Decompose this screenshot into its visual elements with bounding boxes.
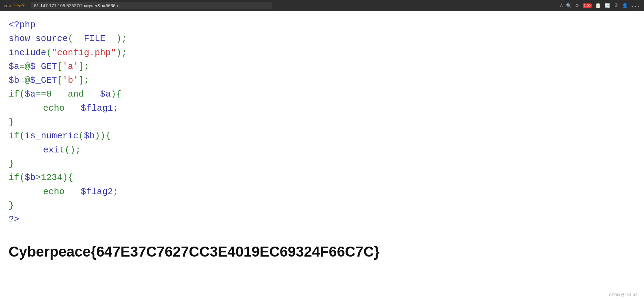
bracket-open2: [: [57, 75, 62, 86]
func-isnumeric: is_numeric: [25, 131, 79, 141]
brace-if3-close: }: [9, 200, 14, 211]
brace-if1-open: {: [116, 89, 122, 99]
address-bar[interactable]: 61.147.171.105:52527/?a=qwer&b=6666a: [31, 2, 272, 9]
var-b3: $b: [25, 172, 35, 183]
semicolon2: ;: [122, 48, 127, 58]
code-line-7: echo $flag1;: [9, 101, 635, 115]
keyword-if3: if: [9, 172, 19, 183]
semicolon5: ;: [113, 103, 119, 113]
var-b: $b: [9, 75, 19, 86]
paren-close: ): [116, 33, 122, 44]
more-icon[interactable]: ...: [631, 3, 640, 8]
var-a2: $a: [25, 89, 35, 99]
paren-if3: (: [19, 172, 25, 183]
const-file: __FILE__: [73, 33, 116, 44]
brace-if3-open: {: [68, 172, 73, 183]
brace-if1-close: }: [9, 117, 14, 127]
code-line-14: }: [9, 199, 635, 212]
php-open-tag: <?php: [9, 20, 35, 30]
bracket-close2: ]: [79, 75, 84, 86]
func-exit: exit: [43, 145, 64, 155]
code-line-11: }: [9, 157, 635, 171]
var-a: $a: [9, 61, 19, 72]
gt-op: >: [35, 172, 41, 183]
var-flag1: $flag1: [81, 103, 113, 113]
var-flag2: $flag2: [81, 187, 113, 197]
user-icon[interactable]: 👤: [622, 3, 628, 9]
var-b2: $b: [84, 131, 94, 141]
eq-op: ==: [35, 89, 46, 99]
zoom-icon[interactable]: 🔍: [566, 3, 572, 8]
var-get: $_GET: [30, 61, 57, 72]
semicolon4: ;: [84, 75, 89, 86]
func-show-source: show_source: [9, 33, 68, 44]
num-0: 0: [46, 89, 52, 99]
code-line-12: if($b>1234){: [9, 171, 635, 185]
code-line-9: if(is_numeric($b)){: [9, 129, 635, 143]
paren-isnumeric-close: ): [95, 131, 100, 141]
code-line-3: include("config.php");: [9, 46, 635, 60]
bookmark-icon[interactable]: 📋: [595, 3, 601, 9]
code-line-6: if($a==0 and $a){: [9, 87, 635, 101]
refresh-icon[interactable]: 🔄: [604, 3, 610, 9]
browser-chrome-right: A 🔍 ⚙ 1:00 📋 🔄 🖥 👤 ...: [560, 3, 640, 9]
security-badge: ⚠ 不安全: [9, 3, 25, 9]
keyword-echo2: echo: [43, 187, 64, 197]
paren-if3-close: ): [62, 172, 68, 183]
brace-if2-close: }: [9, 159, 14, 169]
and-keyword: and: [68, 89, 84, 99]
string-config: "config.php": [52, 48, 116, 58]
key-b: 'b': [62, 75, 79, 86]
settings-icon[interactable]: ⚙: [575, 3, 579, 8]
browser-chrome-left: ↻ ⚠ 不安全 | 61.147.171.105:52527/?a=qwer&b…: [4, 2, 557, 9]
reload-icon[interactable]: ↻: [4, 3, 7, 9]
var-a3: $a: [100, 89, 111, 99]
brace-if2-open: {: [105, 131, 111, 141]
code-line-4: $a=@$_GET['a'];: [9, 60, 635, 73]
code-line-5: $b=@$_GET['b'];: [9, 73, 635, 87]
key-a: 'a': [62, 61, 79, 72]
screen-icon[interactable]: 🖥: [614, 3, 619, 8]
code-line-13: echo $flag2;: [9, 185, 635, 199]
php-close-tag: ?>: [9, 214, 19, 225]
bracket-close: ]: [79, 61, 84, 72]
font-icon[interactable]: A: [560, 3, 563, 8]
semicolon6: ;: [75, 145, 81, 155]
paren-isnumeric: (: [79, 131, 84, 141]
paren-if1-close: ): [111, 89, 116, 99]
paren-if2: (: [19, 131, 25, 141]
bracket-open: [: [57, 61, 62, 72]
assign: =@: [19, 61, 30, 72]
keyword-include: include: [9, 48, 46, 58]
result-area: Cyberpeace{647E37C7627CC3E4019EC69324F66…: [0, 237, 644, 267]
code-line-15: ?>: [9, 212, 635, 226]
keyword-if1: if: [9, 89, 19, 99]
paren-exit-close: ): [70, 145, 75, 155]
flag-output: Cyberpeace{647E37C7627CC3E4019EC69324F66…: [9, 243, 635, 260]
security-text: 不安全: [13, 3, 25, 9]
var-get2: $_GET: [30, 75, 57, 86]
keyword-if2: if: [9, 131, 19, 141]
paren-open: (: [68, 33, 73, 44]
semicolon: ;: [122, 33, 127, 44]
num-1234: 1234: [41, 172, 62, 183]
paren-close2: ): [116, 48, 122, 58]
paren-open2: (: [46, 48, 52, 58]
code-area: <?php show_source(__FILE__); include("co…: [0, 11, 644, 233]
paren-if1: (: [19, 89, 25, 99]
keyword-echo1: echo: [43, 103, 64, 113]
paren-exit-open: (: [64, 145, 70, 155]
code-line-8: }: [9, 115, 635, 129]
semicolon3: ;: [84, 61, 89, 72]
code-line-1: <?php: [9, 18, 635, 32]
semicolon7: ;: [113, 187, 119, 197]
browser-chrome: ↻ ⚠ 不安全 | 61.147.171.105:52527/?a=qwer&b…: [0, 0, 644, 11]
assign2: =@: [19, 75, 30, 86]
code-line-2: show_source(__FILE__);: [9, 32, 635, 46]
security-warning-icon: ⚠: [9, 3, 11, 8]
notification-badge: 1:00: [583, 3, 591, 8]
paren-if2-close: ): [100, 131, 105, 141]
code-line-10: exit();: [9, 143, 635, 157]
